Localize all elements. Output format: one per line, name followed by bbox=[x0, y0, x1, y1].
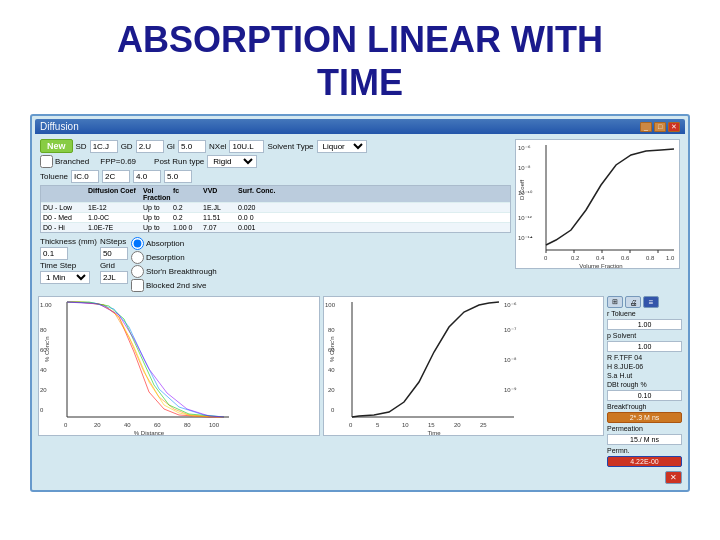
table-header: Diffusion Coef Vol Fraction fc VVD Surf.… bbox=[41, 186, 510, 202]
svg-text:15: 15 bbox=[428, 422, 435, 428]
radio-absorption: Absorption bbox=[131, 237, 217, 250]
absorption-radio[interactable] bbox=[131, 237, 144, 250]
top-controls-row: New SD GD GI NXel Solvent Type Liquor bbox=[38, 137, 682, 294]
p-solvent-label: p Solvent bbox=[607, 332, 682, 339]
row1-diff: 1E-12 bbox=[88, 204, 143, 211]
thickness-label: Thickness (mm) bbox=[40, 237, 97, 246]
row3-label: D0 - Hi bbox=[43, 224, 88, 231]
h-row: H 8.JUE-06 bbox=[607, 363, 682, 370]
col-vol: Vol Fraction bbox=[143, 187, 173, 201]
solvent-type-select[interactable]: Liquor bbox=[317, 140, 367, 153]
svg-text:% Conc'n: % Conc'n bbox=[44, 337, 50, 363]
page-title: ABSORPTION LINEAR WITH TIME bbox=[20, 18, 700, 104]
window-body: New SD GD GI NXel Solvent Type Liquor bbox=[35, 134, 685, 487]
gi-input[interactable] bbox=[178, 140, 206, 153]
svg-text:100: 100 bbox=[325, 302, 336, 308]
svg-text:25: 25 bbox=[480, 422, 487, 428]
p-solvent-value: 1.00 bbox=[607, 341, 682, 352]
icon-btn-3[interactable]: ≡ bbox=[643, 296, 659, 308]
r-label: R bbox=[607, 354, 612, 361]
time-chart-svg: 100 80 60 40 20 0 10⁻⁶ 10⁻⁷ 10⁻⁸ 10⁻⁹ 0 … bbox=[324, 297, 524, 436]
c2-input[interactable] bbox=[102, 170, 130, 183]
toluene-input[interactable] bbox=[71, 170, 99, 183]
svg-text:40: 40 bbox=[40, 367, 47, 373]
branched-checkbox[interactable] bbox=[40, 155, 53, 168]
r-toluene-label: r Toluene bbox=[607, 310, 682, 317]
icon-btn-1[interactable]: ⊞ bbox=[607, 296, 623, 308]
sd-input[interactable] bbox=[90, 140, 118, 153]
table-row: D0 - Hi 1.0E-7E Up to 1.00 0 7.07 0.001 bbox=[41, 222, 510, 232]
h-value: 8.JUE-06 bbox=[614, 363, 643, 370]
desorption-label: Desorption bbox=[146, 253, 185, 262]
control-row-3: Toluene bbox=[40, 170, 511, 183]
close-button[interactable]: ✕ bbox=[668, 122, 680, 132]
breakthrough-radio[interactable] bbox=[131, 265, 144, 278]
maximize-button[interactable]: □ bbox=[654, 122, 666, 132]
svg-text:10⁻¹²: 10⁻¹² bbox=[518, 215, 532, 221]
right-top-area: 10⁻⁶ 10⁻⁸ 10⁻¹⁰ 10⁻¹² 10⁻¹⁴ 0 0.2 0.4 0.… bbox=[515, 139, 680, 269]
row2-diff: 1.0-0C bbox=[88, 214, 143, 221]
radio-blocked: Blocked 2nd sive bbox=[131, 279, 217, 292]
svg-text:20: 20 bbox=[40, 387, 47, 393]
c4-input[interactable] bbox=[164, 170, 192, 183]
row2-vvd: 0.0 0 bbox=[238, 214, 278, 221]
breakthrough-label: Breakt'rough bbox=[607, 403, 682, 410]
row2-vol: Up to bbox=[143, 214, 173, 221]
conc-chart-svg: 1.00 80 60 40 20 0 0 20 40 60 80 100 bbox=[39, 297, 239, 436]
row1-vol: Up to bbox=[143, 204, 173, 211]
radio-breakthrough: Stor'n Breakthrough bbox=[131, 265, 217, 278]
svg-text:1.0: 1.0 bbox=[666, 255, 675, 261]
svg-text:20: 20 bbox=[454, 422, 461, 428]
desorption-radio[interactable] bbox=[131, 251, 144, 264]
svg-text:80: 80 bbox=[184, 422, 191, 428]
window-controls: _ □ ✕ bbox=[640, 122, 680, 132]
thickness-input[interactable] bbox=[40, 247, 68, 260]
permn-btn[interactable]: 4.22E-00 bbox=[607, 456, 682, 467]
timestep-select[interactable]: 1 Min bbox=[40, 271, 90, 284]
new-button[interactable]: New bbox=[40, 139, 73, 153]
svg-text:40: 40 bbox=[328, 367, 335, 373]
blocked-checkbox[interactable] bbox=[131, 279, 144, 292]
s-hlut-label: S.a H.ut bbox=[607, 372, 682, 379]
svg-text:Volume Fraction: Volume Fraction bbox=[579, 263, 622, 269]
radio-group: Absorption Desorption Stor'n Breakthroug… bbox=[131, 237, 217, 292]
blocked-label: Blocked 2nd sive bbox=[146, 281, 206, 290]
r-row: R F.TFF 04 bbox=[607, 354, 682, 361]
svg-text:10⁻⁸: 10⁻⁸ bbox=[518, 165, 531, 171]
svg-text:20: 20 bbox=[94, 422, 101, 428]
breakthrough-btn[interactable]: 2*.3 M ns bbox=[607, 412, 682, 423]
sd-label: SD bbox=[76, 142, 87, 151]
title-section: ABSORPTION LINEAR WITH TIME bbox=[0, 0, 720, 114]
h-label: H bbox=[607, 363, 612, 370]
minimize-button[interactable]: _ bbox=[640, 122, 652, 132]
svg-text:% Distance: % Distance bbox=[134, 430, 165, 436]
row1-frac: 0.2 bbox=[173, 204, 203, 211]
left-controls: New SD GD GI NXel Solvent Type Liquor bbox=[40, 139, 511, 292]
svg-text:0.8: 0.8 bbox=[646, 255, 655, 261]
gd-input[interactable] bbox=[136, 140, 164, 153]
icon-btn-2[interactable]: 🖨 bbox=[625, 296, 641, 308]
nxel-label: NXel bbox=[209, 142, 226, 151]
control-row-2: Branched FPP=0.69 Post Run type Rigid bbox=[40, 155, 511, 168]
nxel-input[interactable] bbox=[229, 140, 264, 153]
close-area: ✕ bbox=[607, 471, 682, 484]
breakthrough-label: Stor'n Breakthrough bbox=[146, 267, 217, 276]
window-close-btn[interactable]: ✕ bbox=[665, 471, 682, 484]
window-title: Diffusion bbox=[40, 121, 79, 132]
c3-input[interactable] bbox=[133, 170, 161, 183]
svg-text:40: 40 bbox=[124, 422, 131, 428]
svg-text:100: 100 bbox=[209, 422, 220, 428]
svg-text:10⁻⁸: 10⁻⁸ bbox=[504, 357, 517, 363]
svg-text:10⁻⁹: 10⁻⁹ bbox=[504, 387, 517, 393]
grid-input[interactable] bbox=[100, 271, 128, 284]
post-run-select[interactable]: Rigid bbox=[207, 155, 257, 168]
nsteps-input[interactable] bbox=[100, 247, 128, 260]
nsteps-label: NSteps bbox=[100, 237, 128, 246]
bottom-section: 1.00 80 60 40 20 0 0 20 40 60 80 100 bbox=[38, 296, 682, 484]
permeation-label: Permeation bbox=[607, 425, 682, 432]
svg-text:0.4: 0.4 bbox=[596, 255, 605, 261]
radio-desorption: Desorption bbox=[131, 251, 217, 264]
time-chart: 100 80 60 40 20 0 10⁻⁶ 10⁻⁷ 10⁻⁸ 10⁻⁹ 0 … bbox=[323, 296, 605, 436]
row3-fc: 7.07 bbox=[203, 224, 238, 231]
col-diffusion: Diffusion Coef bbox=[88, 187, 143, 201]
